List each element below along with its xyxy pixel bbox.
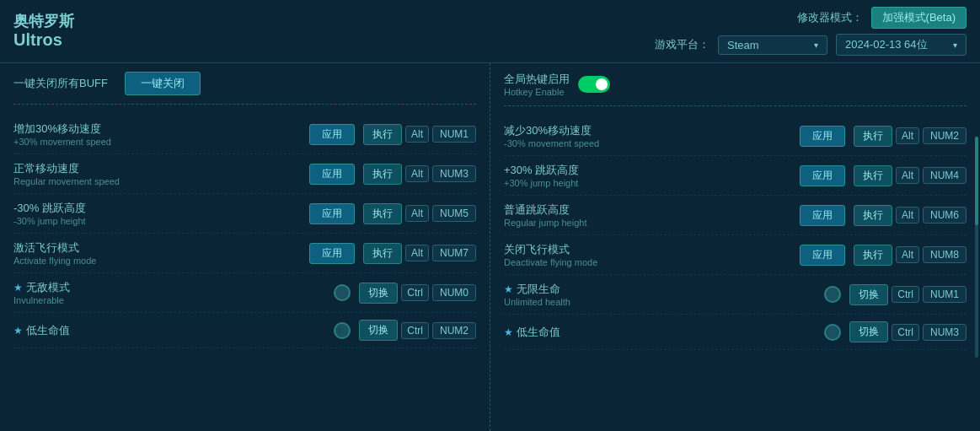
modifier-beta-button[interactable]: 加强模式(Beta) bbox=[871, 7, 967, 29]
mod-item: 激活飞行模式Activate flying mode应用执行AltNUM7 bbox=[13, 234, 476, 273]
key-code-badge: NUM2 bbox=[432, 322, 476, 339]
mod-name-en: +30% movement speed bbox=[13, 137, 301, 147]
key-modifier-badge: Alt bbox=[896, 207, 919, 224]
hotkey-group: 切换CtrlNUM0 bbox=[359, 283, 476, 304]
mod-name-zh: -30% 跳跃高度 bbox=[13, 201, 301, 216]
mod-name-zh: 正常移动速度 bbox=[13, 161, 301, 176]
hotkey-group: 切换CtrlNUM3 bbox=[849, 321, 967, 342]
hotkey-group: 执行AltNUM4 bbox=[854, 165, 967, 186]
toggle-circle[interactable] bbox=[824, 286, 841, 303]
mod-name-zh: +30% 跳跃高度 bbox=[504, 163, 791, 178]
platform-chevron-icon: ▾ bbox=[814, 40, 818, 50]
version-chevron-icon: ▾ bbox=[953, 40, 957, 50]
key-code-badge: NUM3 bbox=[923, 324, 967, 341]
apply-button[interactable]: 应用 bbox=[800, 126, 845, 147]
mod-item: ★无敌模式Invulnerable切换CtrlNUM0 bbox=[13, 273, 476, 313]
key-code-badge: NUM4 bbox=[923, 167, 967, 184]
mod-name-zh: 激活飞行模式 bbox=[13, 240, 301, 256]
toggle-button[interactable]: 切换 bbox=[359, 320, 398, 341]
hotkey-group: 执行AltNUM8 bbox=[854, 245, 967, 266]
star-icon: ★ bbox=[504, 283, 513, 295]
apply-button[interactable]: 应用 bbox=[309, 203, 355, 224]
hotkey-group: 执行AltNUM2 bbox=[854, 126, 967, 147]
key-modifier-badge: Ctrl bbox=[892, 324, 919, 341]
mod-name-zh: 普通跳跃高度 bbox=[504, 202, 791, 218]
apply-button[interactable]: 应用 bbox=[309, 164, 355, 185]
mod-name-en: Unlimited health bbox=[504, 297, 816, 307]
hotkey-label-en: Hotkey Enable bbox=[504, 87, 570, 97]
mod-name-en: +30% jump height bbox=[504, 178, 791, 188]
mod-name-en: Deactivate flying mode bbox=[504, 257, 791, 267]
hotkey-text: 全局热键启用 Hotkey Enable bbox=[504, 72, 570, 97]
mod-item: +30% 跳跃高度+30% jump height应用执行AltNUM4 bbox=[504, 156, 967, 196]
key-code-badge: NUM2 bbox=[923, 127, 967, 144]
mod-item: 关闭飞行模式Deactivate flying mode应用执行AltNUM8 bbox=[504, 235, 967, 275]
mod-name-zh: 减少30%移动速度 bbox=[504, 123, 791, 138]
toggle-button[interactable]: 切换 bbox=[849, 321, 888, 342]
apply-button[interactable]: 应用 bbox=[309, 124, 355, 145]
mod-item: 增加30%移动速度+30% movement speed应用执行AltNUM1 bbox=[13, 115, 476, 154]
key-code-badge: NUM0 bbox=[432, 284, 476, 301]
execute-button[interactable]: 执行 bbox=[854, 165, 892, 186]
toggle-circle[interactable] bbox=[334, 322, 351, 339]
mod-name-section: ★无限生命Unlimited health bbox=[504, 282, 816, 307]
mod-name-zh: ★低生命值 bbox=[13, 323, 325, 338]
execute-button[interactable]: 执行 bbox=[363, 243, 402, 264]
one-click-label: 一键关闭所有BUFF bbox=[13, 76, 108, 91]
hotkey-enable-row: 全局热键启用 Hotkey Enable bbox=[504, 72, 967, 106]
execute-button[interactable]: 执行 bbox=[363, 203, 402, 224]
key-code-badge: NUM7 bbox=[432, 245, 476, 261]
hotkey-group: 执行AltNUM3 bbox=[363, 164, 476, 185]
platform-row: 游戏平台： Steam ▾ 2024-02-13 64位 ▾ bbox=[655, 34, 967, 56]
mod-name-en: -30% jump height bbox=[13, 216, 301, 226]
execute-button[interactable]: 执行 bbox=[854, 245, 892, 266]
key-modifier-badge: Ctrl bbox=[401, 322, 429, 339]
toggle-circle[interactable] bbox=[824, 324, 841, 341]
mod-item: ★低生命值切换CtrlNUM3 bbox=[504, 315, 967, 350]
execute-button[interactable]: 执行 bbox=[854, 126, 892, 147]
close-all-button[interactable]: 一键关闭 bbox=[125, 72, 201, 95]
apply-button[interactable]: 应用 bbox=[309, 243, 355, 264]
key-code-badge: NUM5 bbox=[432, 205, 476, 222]
mod-item: ★低生命值切换CtrlNUM2 bbox=[13, 313, 476, 348]
hotkey-group: 执行AltNUM6 bbox=[854, 205, 967, 226]
hotkey-group: 切换CtrlNUM1 bbox=[849, 284, 967, 305]
execute-button[interactable]: 执行 bbox=[854, 205, 892, 226]
execute-button[interactable]: 执行 bbox=[363, 164, 402, 185]
scroll-indicator bbox=[975, 137, 978, 358]
toggle-button[interactable]: 切换 bbox=[359, 283, 398, 304]
mod-name-en: Invulnerable bbox=[13, 295, 325, 305]
hotkey-group: 执行AltNUM5 bbox=[363, 203, 476, 224]
modifier-label: 修改器模式： bbox=[797, 10, 863, 25]
execute-button[interactable]: 执行 bbox=[363, 124, 402, 145]
mod-name-en: -30% movement speed bbox=[504, 138, 791, 148]
toggle-button[interactable]: 切换 bbox=[849, 284, 888, 305]
hotkey-group: 执行AltNUM7 bbox=[363, 243, 476, 264]
version-dropdown[interactable]: 2024-02-13 64位 ▾ bbox=[836, 34, 967, 56]
mod-name-en: Activate flying mode bbox=[13, 256, 301, 266]
hotkey-toggle[interactable] bbox=[578, 76, 610, 93]
mod-name-section: +30% 跳跃高度+30% jump height bbox=[504, 163, 791, 188]
right-items-container: 减少30%移动速度-30% movement speed应用执行AltNUM2+… bbox=[504, 116, 967, 350]
mod-name-section: 增加30%移动速度+30% movement speed bbox=[13, 121, 301, 147]
toggle-circle[interactable] bbox=[334, 284, 351, 301]
key-modifier-badge: Alt bbox=[405, 126, 429, 143]
mod-name-en: Regular jump height bbox=[504, 218, 791, 228]
key-code-badge: NUM6 bbox=[923, 207, 967, 224]
apply-button[interactable]: 应用 bbox=[800, 245, 845, 266]
hotkey-label-zh: 全局热键启用 bbox=[504, 72, 570, 87]
app-title: 奥特罗斯 Ultros bbox=[13, 13, 74, 51]
key-code-badge: NUM1 bbox=[432, 126, 476, 143]
mod-item: 减少30%移动速度-30% movement speed应用执行AltNUM2 bbox=[504, 116, 967, 156]
mod-name-zh: ★无敌模式 bbox=[13, 280, 325, 295]
apply-button[interactable]: 应用 bbox=[800, 205, 845, 226]
app-title-zh: 奥特罗斯 bbox=[13, 13, 74, 31]
header: 奥特罗斯 Ultros 修改器模式： 加强模式(Beta) 游戏平台： Stea… bbox=[0, 0, 980, 62]
apply-button[interactable]: 应用 bbox=[800, 165, 845, 186]
key-modifier-badge: Alt bbox=[896, 127, 919, 144]
left-items-container: 增加30%移动速度+30% movement speed应用执行AltNUM1正… bbox=[13, 115, 476, 348]
platform-dropdown[interactable]: Steam ▾ bbox=[718, 35, 827, 55]
main-container: 奥特罗斯 Ultros 修改器模式： 加强模式(Beta) 游戏平台： Stea… bbox=[0, 0, 980, 431]
mod-name-zh: ★低生命值 bbox=[504, 325, 816, 340]
key-modifier-badge: Ctrl bbox=[401, 284, 429, 301]
